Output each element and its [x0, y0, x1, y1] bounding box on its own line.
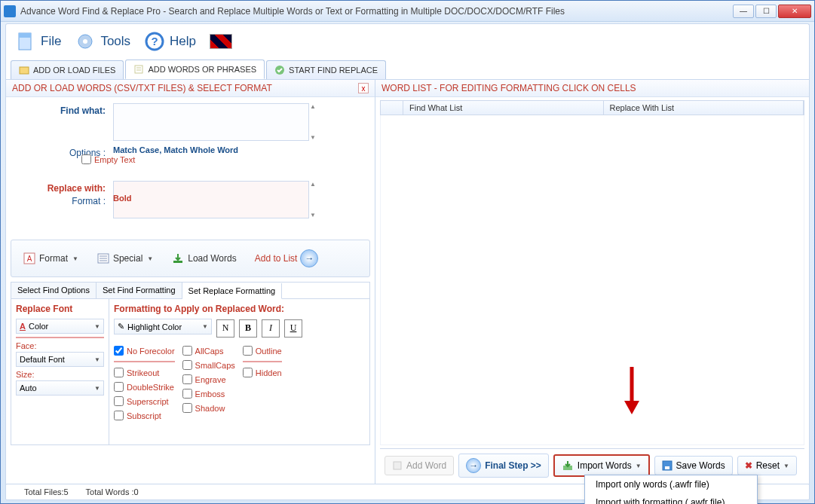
- import-only-words-item[interactable]: Import only words (.awfr file): [585, 475, 757, 493]
- color-label: Color: [29, 322, 48, 331]
- svg-rect-7: [135, 66, 142, 73]
- doublestrike-checkbox[interactable]: DoubleStrike: [114, 382, 175, 392]
- content-area: ADD OR LOAD WORDS (CSV/TXT FILES) & SELE…: [5, 79, 810, 486]
- subtab-find-formatting[interactable]: Set Find Formatting: [97, 283, 182, 298]
- svg-rect-23: [665, 466, 669, 469]
- special-dropdown[interactable]: Special▼: [90, 247, 160, 270]
- menu-tools[interactable]: Tools: [75, 31, 130, 52]
- maximize-button[interactable]: ☐: [755, 5, 777, 18]
- engrave-checkbox[interactable]: Engrave: [182, 374, 235, 384]
- svg-rect-20: [394, 462, 401, 469]
- italic-button[interactable]: I: [262, 319, 280, 338]
- svg-text:?: ?: [152, 35, 158, 47]
- load-words-button[interactable]: Load Words: [164, 247, 243, 270]
- options-value: Match Case, Match Whole Word: [113, 145, 238, 154]
- noforecolor-checkbox[interactable]: No Forecolor: [114, 346, 175, 356]
- panel-close-icon[interactable]: x: [358, 83, 369, 93]
- menu-language[interactable]: [210, 34, 232, 49]
- face-dropdown[interactable]: Default Font▼: [16, 352, 104, 367]
- menu-file[interactable]: File: [15, 31, 61, 52]
- load-icon: [171, 252, 185, 265]
- replace-format-header: Formatting to Apply on Replaced Word:: [114, 304, 365, 314]
- special-label: Special: [113, 253, 142, 264]
- smallcaps-checkbox[interactable]: SmallCaps: [182, 360, 235, 370]
- add-to-list-button[interactable]: Add to List →: [248, 245, 326, 272]
- format-dropdown[interactable]: A Format▼: [16, 247, 85, 270]
- sub-tab-bar: Select Find Options Set Find Formatting …: [11, 282, 370, 298]
- main-tab-bar: ADD OR LOAD FILES ADD WORDS OR PHRASES S…: [5, 58, 810, 79]
- reset-dropdown[interactable]: ✖ Reset▼: [737, 456, 797, 475]
- add-icon: [392, 460, 403, 471]
- final-step-button[interactable]: → Final Step >>: [458, 454, 549, 478]
- words-icon: [133, 64, 144, 75]
- shadow-checkbox[interactable]: Shadow: [182, 403, 235, 413]
- scroll-down-icon[interactable]: ▼: [310, 134, 319, 141]
- subscript-checkbox[interactable]: Subscript: [114, 411, 175, 420]
- add-word-button[interactable]: Add Word: [385, 456, 454, 475]
- import-with-formatting-item[interactable]: Import with formatting (.awfr file): [585, 493, 757, 504]
- highlight-color-dropdown[interactable]: ✎Highlight Color▼: [114, 319, 212, 334]
- right-panel: WORD LIST - FOR EDITING FORMATTING CLICK…: [375, 80, 809, 485]
- scroll-up-icon[interactable]: ▲: [310, 103, 319, 110]
- add-word-label: Add Word: [406, 460, 446, 471]
- reset-icon: ✖: [745, 460, 752, 471]
- superscript-checkbox[interactable]: Superscript: [114, 396, 175, 406]
- tab-start-find-replace[interactable]: START FIND REPLACE: [266, 60, 386, 79]
- svg-rect-6: [20, 67, 29, 74]
- color-dropdown[interactable]: AColor▼: [16, 319, 104, 334]
- hidden-checkbox[interactable]: Hidden: [243, 368, 282, 377]
- scroll-down-icon[interactable]: ▼: [310, 212, 319, 218]
- face-value: Default Font: [20, 355, 65, 364]
- close-button[interactable]: ✕: [778, 5, 811, 18]
- load-words-label: Load Words: [188, 253, 236, 264]
- menu-help-label: Help: [170, 34, 196, 49]
- format-icon: A: [23, 252, 36, 265]
- file-icon: [15, 31, 36, 52]
- save-words-label: Save Words: [676, 460, 725, 471]
- app-window: Advance Word Find & Replace Pro - Search…: [0, 0, 815, 504]
- strikeout-checkbox[interactable]: Strikeout: [114, 368, 175, 377]
- underline-button[interactable]: U: [284, 319, 302, 338]
- scroll-up-icon[interactable]: ▲: [310, 181, 319, 188]
- outline-checkbox[interactable]: Outline: [243, 346, 282, 356]
- normal-button[interactable]: N: [216, 319, 234, 338]
- bold-button[interactable]: B: [239, 319, 257, 338]
- left-panel-header: ADD OR LOAD WORDS (CSV/TXT FILES) & SELE…: [6, 80, 375, 97]
- save-words-button[interactable]: Save Words: [654, 456, 733, 475]
- find-what-input[interactable]: [113, 103, 309, 141]
- import-words-dropdown[interactable]: Import Words▼: [553, 454, 650, 477]
- size-label: Size:: [16, 370, 104, 379]
- sub-content: Replace Font AColor▼ Face: Default Font▼…: [11, 298, 370, 445]
- find-what-label: Find what:: [15, 103, 113, 116]
- replace-with-input[interactable]: [113, 181, 309, 218]
- find-column-header[interactable]: Find What List: [403, 101, 604, 115]
- size-dropdown[interactable]: Auto▼: [16, 380, 104, 396]
- replace-column-header[interactable]: Replace With List: [604, 101, 804, 115]
- empty-text-checkbox[interactable]: Empty Text: [81, 154, 135, 164]
- form-area: Find what: ▲ ▼ Options : Match Case, Mat…: [6, 97, 375, 217]
- font-color-icon: A: [20, 322, 26, 331]
- import-words-label: Import Words: [578, 460, 632, 471]
- tab-add-words[interactable]: ADD WORDS OR PHRASES: [125, 60, 265, 79]
- import-dropdown-menu: Import only words (.awfr file) Import wi…: [584, 475, 758, 504]
- replace-font-panel: Replace Font AColor▼ Face: Default Font▼…: [11, 299, 109, 444]
- tab-add-files[interactable]: ADD OR LOAD FILES: [11, 60, 124, 79]
- svg-rect-17: [173, 261, 182, 263]
- right-panel-header: WORD LIST - FOR EDITING FORMATTING CLICK…: [375, 80, 809, 97]
- mid-toolbar: A Format▼ Special▼ Load Words Add to Lis…: [11, 240, 370, 277]
- word-list-header: Find What List Replace With List: [380, 100, 804, 115]
- highlight-icon: ✎: [118, 322, 124, 331]
- left-panel-title: ADD OR LOAD WORDS (CSV/TXT FILES) & SELE…: [12, 83, 272, 93]
- checkbox-column[interactable]: [381, 101, 403, 115]
- minimize-button[interactable]: —: [733, 5, 754, 18]
- word-list-body[interactable]: [380, 115, 804, 445]
- arrow-right-icon: →: [466, 458, 481, 473]
- subtab-find-options[interactable]: Select Find Options: [11, 283, 97, 298]
- emboss-checkbox[interactable]: Emboss: [182, 389, 235, 399]
- menu-help[interactable]: ? Help: [144, 31, 196, 52]
- add-to-list-label: Add to List: [255, 253, 298, 264]
- tab-start-label: START FIND REPLACE: [289, 66, 378, 75]
- status-words: Total Words :0: [86, 487, 139, 496]
- allcaps-checkbox[interactable]: AllCaps: [182, 346, 235, 356]
- subtab-replace-formatting[interactable]: Set Replace Formatting: [182, 283, 283, 299]
